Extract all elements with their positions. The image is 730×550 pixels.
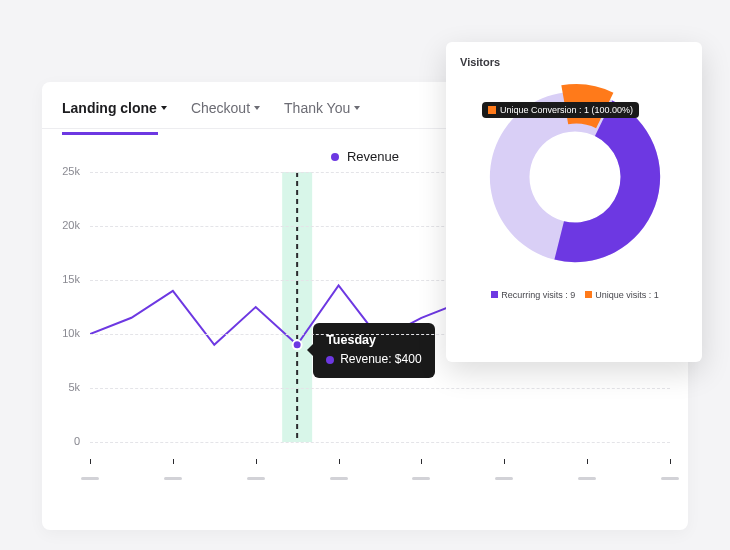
line-tooltip: Tuesday Revenue: $400 [313, 323, 434, 378]
y-axis-label: 15k [50, 273, 80, 285]
x-dash [164, 477, 182, 480]
donut-tooltip: Unique Conversion : 1 (100.00%) [482, 102, 639, 118]
chevron-down-icon [254, 106, 260, 110]
x-dash [412, 477, 430, 480]
visitors-title: Visitors [460, 56, 690, 68]
y-axis-label: 10k [50, 327, 80, 339]
x-tick [587, 459, 588, 464]
tooltip-series-label: Revenue: $400 [340, 351, 421, 368]
legend-label: Revenue [347, 149, 399, 164]
tab-label: Checkout [191, 100, 250, 116]
svg-point-2 [293, 340, 302, 349]
x-dash [495, 477, 513, 480]
x-tick [173, 459, 174, 464]
tab-thank-you[interactable]: Thank You [284, 100, 360, 116]
donut-legend: Recurring visits : 9 Unique visits : 1 [460, 290, 690, 300]
legend-swatch-icon [585, 291, 592, 298]
donut-chart[interactable]: Unique Conversion : 1 (100.00%) [460, 78, 690, 276]
x-tick [504, 459, 505, 464]
tab-landing-clone[interactable]: Landing clone [62, 100, 167, 116]
x-tick [339, 459, 340, 464]
legend-swatch-icon [491, 291, 498, 298]
active-tab-indicator [62, 132, 158, 135]
visitors-card: Visitors Unique Conversion : 1 (100.00%)… [446, 42, 702, 362]
x-dash [247, 477, 265, 480]
x-tick [670, 459, 671, 464]
x-dash [81, 477, 99, 480]
donut-legend-item-unique: Unique visits : 1 [585, 290, 659, 300]
tooltip-dot-icon [326, 356, 334, 364]
tooltip-swatch-icon [488, 106, 496, 114]
y-axis-label: 20k [50, 219, 80, 231]
tab-label: Thank You [284, 100, 350, 116]
legend-dot-icon [331, 153, 339, 161]
donut-tooltip-text: Unique Conversion : 1 (100.00%) [500, 105, 633, 115]
donut-legend-item-recurring: Recurring visits : 9 [491, 290, 575, 300]
tab-checkout[interactable]: Checkout [191, 100, 260, 116]
y-axis-label: 5k [50, 381, 80, 393]
x-dash [330, 477, 348, 480]
x-dash [661, 477, 679, 480]
x-tick [90, 459, 91, 464]
tab-label: Landing clone [62, 100, 157, 116]
x-dash [578, 477, 596, 480]
gridline [90, 442, 670, 443]
y-axis-label: 25k [50, 165, 80, 177]
chevron-down-icon [354, 106, 360, 110]
chevron-down-icon [161, 106, 167, 110]
x-tick [421, 459, 422, 464]
y-axis-label: 0 [50, 435, 80, 447]
x-tick [256, 459, 257, 464]
gridline [90, 388, 670, 389]
